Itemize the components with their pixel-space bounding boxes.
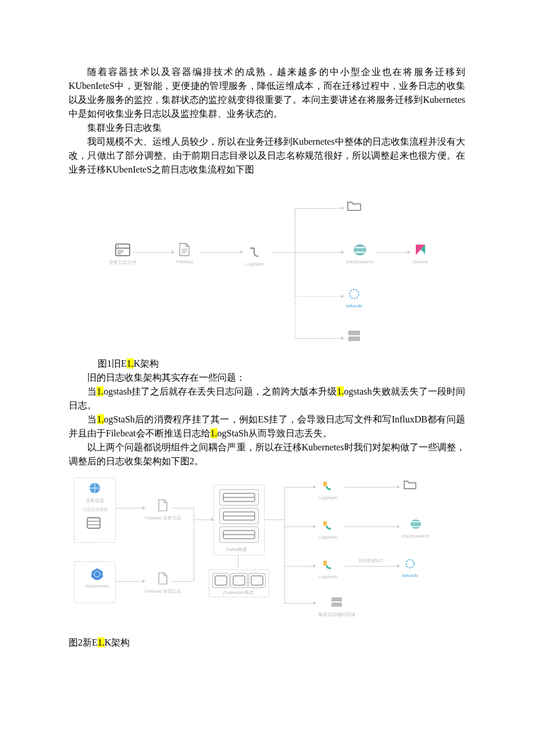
figure-1: 业务日志文件 Filebeat Logstash	[69, 194, 465, 351]
text: 当	[87, 386, 97, 396]
caption-text: 图2新E	[69, 637, 98, 647]
svg-rect-27	[233, 576, 245, 585]
node-label: 转化数据格式	[359, 558, 383, 564]
node-label: Elasticsearch	[402, 533, 430, 539]
node-ls1: Logstash	[318, 479, 337, 500]
logstash-icon	[246, 245, 262, 259]
node-folder	[346, 199, 362, 215]
figure-2-caption: 图2新E1.K架构	[69, 636, 465, 650]
node-label: influxdb	[346, 303, 362, 309]
paragraph-6: 当1.ogStaSh后的消费程序挂了其一，例如ES挂了，会导致日志写文件和写In…	[69, 413, 465, 440]
storage-icon	[329, 595, 345, 609]
svg-marker-18	[91, 568, 103, 580]
kafka-node	[219, 489, 259, 506]
node-label: Kafka集群	[226, 546, 247, 553]
node-label: Zookeeper集群	[223, 589, 254, 596]
kafka-node	[219, 526, 259, 543]
node-grey	[346, 329, 362, 345]
file-icon	[176, 243, 192, 257]
svg-rect-13	[348, 336, 360, 341]
caption-text: K架构	[134, 359, 159, 368]
zk-label: Zookeeper集群	[223, 589, 254, 596]
node-ls3: Logstash	[318, 558, 337, 579]
highlight-text: 1.	[97, 414, 104, 424]
k8s-icon	[89, 567, 105, 581]
svg-point-34	[411, 519, 421, 529]
svg-point-2	[117, 246, 119, 247]
node-logfile: 业务日志文件	[109, 243, 137, 266]
svg-rect-15	[87, 518, 100, 528]
globe-icon	[87, 481, 103, 495]
zk-node	[248, 573, 266, 588]
node-label: Logstash	[318, 574, 337, 579]
text: 当	[87, 414, 97, 424]
node-label: Logstash	[318, 535, 337, 540]
node-es: Elasticsearch	[346, 243, 374, 264]
paragraph-intro: 随着容器技术以及容器编排技术的成熟，越来越多的中小型企业也在将服务迁移到KUbe…	[69, 65, 465, 121]
file-icon	[155, 499, 171, 513]
paragraph-4: 旧的日志收集架构其实存在一些问题：	[69, 371, 465, 385]
logstash-icon	[319, 558, 336, 572]
folder-icon	[346, 199, 362, 213]
logstash-icon	[319, 518, 336, 532]
node-filebeat: Filebeat	[176, 243, 192, 264]
svg-rect-32	[331, 597, 342, 601]
figure-1-caption: 图1旧E1.K架构	[98, 357, 465, 371]
paragraph-section-title: 集群业务日志收集	[69, 121, 465, 135]
svg-rect-12	[348, 331, 360, 335]
node-folder2	[402, 478, 418, 494]
elasticsearch-icon	[408, 517, 424, 531]
folder-icon	[402, 478, 418, 492]
node-filebeat-2: Filebeat 容器日志	[145, 572, 181, 594]
kafka-node	[219, 508, 259, 524]
svg-point-35	[406, 560, 414, 568]
diagram-old-elk: 业务日志文件 Filebeat Logstash	[104, 194, 430, 351]
kibana-icon	[412, 243, 429, 257]
node-influx2: influxdb	[402, 557, 418, 578]
elasticsearch-icon	[352, 243, 368, 257]
zk-node	[212, 573, 230, 588]
node-label: Logstash	[318, 495, 337, 500]
node-label: 业务容器	[85, 497, 104, 504]
highlight-text: 1.	[337, 386, 344, 396]
highlight-text: 1.	[97, 386, 104, 396]
influxdb-icon	[402, 557, 418, 571]
paragraph-7: 以上两个问题都说明组件之间耦合严重，所以在迁移Kubernetes时我们对架构做…	[69, 440, 465, 468]
diagram-new-elk: 业务容器 日志目录挂载 Kubernetes Filebeat 业务日志 Fil…	[69, 474, 465, 631]
document-page: 随着容器技术以及容器编排技术的成熟，越来越多的中小型企业也在将服务迁移到KUbe…	[0, 0, 535, 685]
caption-highlight: 1.	[127, 359, 134, 368]
node-k8s: Kubernetes	[85, 567, 109, 589]
node-label: 日志目录挂载	[83, 507, 108, 513]
caption-text: K架构	[105, 637, 130, 647]
node-kibana: Kibana	[412, 243, 429, 264]
server-icon	[85, 516, 102, 530]
node-label: 业务日志文件	[109, 259, 137, 266]
paragraph-3: 我司规模不大、运维人员较少，所以在业务迁移到Kubernetes中整体的日志收集…	[69, 135, 465, 177]
storage-icon	[346, 329, 362, 343]
node-label: Elasticsearch	[346, 259, 374, 264]
svg-rect-28	[251, 576, 263, 585]
node-logstash: Logstash	[245, 245, 263, 267]
svg-point-11	[349, 289, 359, 299]
svg-rect-26	[215, 576, 227, 585]
text: ogstash挂了之后就存在丢失日志问题，之前跨大版本升级	[104, 386, 337, 396]
node-biz-container: 业务容器	[85, 481, 104, 504]
zk-node	[230, 573, 248, 588]
svg-rect-31	[323, 561, 327, 565]
node-label: Logstash	[245, 261, 263, 267]
node-label: Filebeat 容器日志	[145, 588, 181, 594]
node-es2: Elasticsearch	[402, 517, 430, 539]
figure-2: 业务容器 日志目录挂载 Kubernetes Filebeat 业务日志 Fil…	[69, 474, 465, 631]
caption-text: 图1旧E	[98, 359, 127, 368]
file-icon	[155, 572, 171, 586]
node-label: Kubernetes	[85, 583, 109, 589]
paragraph-5: 当1.ogstash挂了之后就存在丢失日志问题，之前跨大版本升级1.ogstas…	[69, 385, 465, 413]
node-label: 集群日志临时存储	[318, 611, 355, 618]
logstash-icon	[319, 479, 336, 493]
node-filebeat-1: Filebeat 业务日志	[145, 499, 181, 521]
server-icon	[115, 243, 131, 257]
node-storage	[85, 516, 102, 532]
node-label: influxdb	[402, 573, 418, 578]
highlight-text: 1.	[211, 428, 217, 438]
node-label: Kibana	[413, 259, 428, 264]
